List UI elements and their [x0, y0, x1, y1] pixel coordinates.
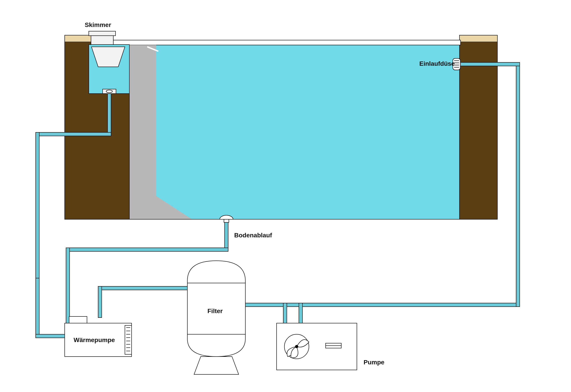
svg-point-43	[295, 345, 298, 348]
svg-rect-21	[98, 286, 187, 290]
deck-left	[65, 35, 95, 42]
svg-rect-20	[36, 334, 66, 338]
label-bottom-drain: Bodenablauf	[234, 232, 272, 239]
svg-rect-26	[516, 64, 520, 307]
bottom-drain	[220, 215, 233, 223]
soil-right	[459, 42, 498, 219]
svg-rect-17	[66, 248, 228, 251]
svg-rect-13	[107, 94, 111, 136]
svg-rect-22	[98, 286, 102, 318]
svg-rect-15	[36, 132, 39, 282]
svg-rect-12	[224, 219, 229, 223]
deck-right	[459, 35, 498, 42]
pool-water	[129, 45, 459, 219]
pool-coping	[94, 40, 461, 45]
label-heat-pump: Wärmepumpe	[73, 336, 115, 344]
label-filter: Filter	[207, 308, 223, 315]
svg-rect-14	[36, 132, 111, 136]
svg-rect-2	[89, 31, 116, 36]
pool-schematic	[0, 0, 571, 392]
pump	[277, 323, 357, 370]
svg-rect-19	[36, 278, 39, 338]
svg-rect-25	[299, 303, 302, 323]
svg-rect-3	[91, 36, 113, 44]
label-pump: Pumpe	[364, 359, 384, 366]
svg-rect-29	[69, 316, 87, 323]
svg-rect-24	[283, 303, 287, 323]
label-inlet: Einlaufdüse	[419, 60, 455, 67]
filter-vessel	[187, 261, 245, 374]
svg-rect-27	[460, 62, 520, 66]
label-skimmer: Skimmer	[85, 21, 111, 28]
svg-rect-16	[225, 223, 228, 251]
svg-rect-30	[125, 325, 132, 354]
svg-point-6	[106, 90, 112, 93]
